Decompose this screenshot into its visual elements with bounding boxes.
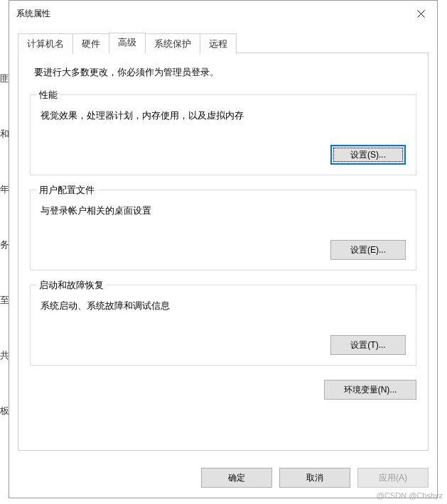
admin-note: 要进行大多数更改，你必须作为管理员登录。 — [34, 66, 416, 79]
group-performance-title: 性能 — [36, 89, 60, 102]
user-profiles-settings-label: 设置(E)... — [350, 244, 386, 256]
performance-settings-button[interactable]: 设置(S)... — [330, 145, 406, 165]
environment-variables-label: 环境变量(N)... — [344, 384, 397, 396]
ok-label: 确定 — [228, 472, 245, 484]
close-icon — [417, 10, 425, 18]
env-var-row: 环境变量(N)... — [30, 380, 416, 400]
tab-remote[interactable]: 远程 — [200, 33, 237, 54]
tab-hardware[interactable]: 硬件 — [72, 33, 109, 54]
tabs-container: 计算机名 硬件 高级 系统保护 远程 — [18, 32, 429, 53]
tab-computer-name[interactable]: 计算机名 — [18, 33, 73, 54]
tab-system-protection[interactable]: 系统保护 — [145, 33, 200, 54]
group-startup-title: 启动和故障恢复 — [36, 279, 107, 292]
user-profiles-settings-button[interactable]: 设置(E)... — [330, 240, 406, 260]
startup-settings-button[interactable]: 设置(T)... — [330, 335, 406, 355]
group-user-profiles-title: 用户配置文件 — [36, 184, 97, 197]
background-left-fragment: 匪和年务至共板 — [0, 30, 9, 498]
group-user-profiles-desc: 与登录帐户相关的桌面设置 — [41, 204, 406, 217]
window-title: 系统属性 — [16, 8, 50, 20]
content-area: 计算机名 硬件 高级 系统保护 远程 要进行大多数更改，你必须作为管理员登录。 … — [9, 26, 437, 459]
tab-advanced[interactable]: 高级 — [109, 33, 146, 53]
group-startup-recovery: 启动和故障恢复 系统启动、系统故障和调试信息 设置(T)... — [30, 285, 416, 366]
tab-panel-advanced: 要进行大多数更改，你必须作为管理员登录。 性能 视觉效果，处理器计划，内存使用，… — [18, 53, 429, 451]
tab-strip: 计算机名 硬件 高级 系统保护 远程 — [18, 32, 429, 53]
cancel-button[interactable]: 取消 — [279, 468, 350, 488]
apply-button: 应用(A) — [357, 468, 429, 488]
group-startup-desc: 系统启动、系统故障和调试信息 — [41, 300, 406, 312]
cancel-label: 取消 — [306, 472, 323, 484]
environment-variables-button[interactable]: 环境变量(N)... — [324, 380, 416, 400]
close-button[interactable] — [404, 2, 437, 25]
group-user-profiles: 用户配置文件 与登录帐户相关的桌面设置 设置(E)... — [30, 190, 416, 270]
apply-label: 应用(A) — [379, 472, 407, 484]
dialog-button-row: 确定 取消 应用(A) — [9, 459, 437, 498]
group-performance: 性能 视觉效果，处理器计划，内存使用，以及虚拟内存 设置(S)... — [30, 94, 416, 175]
ok-button[interactable]: 确定 — [201, 468, 272, 488]
group-performance-desc: 视觉效果，处理器计划，内存使用，以及虚拟内存 — [41, 109, 406, 122]
system-properties-dialog: 系统属性 计算机名 硬件 高级 系统保护 远程 要进行大多数更改，你必须作为管理… — [9, 0, 438, 498]
performance-settings-label: 设置(S)... — [350, 149, 386, 161]
titlebar: 系统属性 — [9, 1, 437, 26]
startup-settings-label: 设置(T)... — [350, 339, 385, 351]
